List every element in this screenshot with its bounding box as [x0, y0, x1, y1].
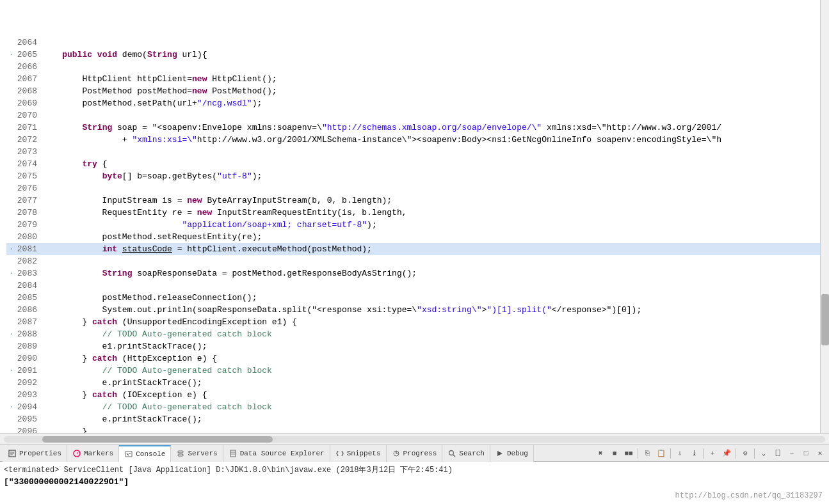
line-number: 2094	[15, 401, 42, 413]
line-number: 2067	[15, 73, 42, 85]
console-terminated-text: <terminated> ServiceClient [Java Applica…	[4, 463, 825, 476]
tab-label-markers: Markers	[84, 450, 113, 457]
vertical-scrollbar[interactable]	[820, 0, 829, 433]
sep1	[638, 448, 638, 459]
stop-all-button[interactable]: ■■	[622, 447, 635, 460]
line-number: 2078	[15, 207, 42, 219]
code-text: String soap = "<soapenv:Envelope xmlns:s…	[42, 122, 721, 134]
code-line: 2067 HttpClient httpClient=new HttpClien…	[6, 73, 829, 85]
new-console-button[interactable]: +	[706, 447, 719, 460]
code-line: ⬩2088 // TODO Auto-generated catch block	[6, 328, 829, 340]
code-line: ⬩2083 String soapResponseData = postMeth…	[6, 267, 829, 280]
line-number: 2074	[15, 158, 42, 170]
code-text: HttpClient httpClient=new HttpClient();	[42, 73, 277, 85]
paste-button[interactable]: 📋	[655, 447, 668, 460]
code-text: public void demo(String url){	[42, 49, 207, 61]
code-line: 2069 postMethod.setPath(url+"/ncg.wsdl")…	[6, 97, 829, 109]
code-line: 2078 RequestEntity re = new InputStreamR…	[6, 207, 829, 219]
line-marker: ⬩	[6, 267, 15, 280]
console-output-text: ["3300000000021400229O1"]	[4, 476, 825, 487]
horizontal-scrollbar-area[interactable]	[0, 433, 829, 445]
svg-rect-10	[178, 454, 183, 456]
scrollbar-track[interactable]	[4, 436, 825, 443]
svg-rect-6	[125, 452, 132, 457]
code-line: ⬩2065 public void demo(String url){	[6, 49, 829, 61]
code-text: }	[42, 425, 87, 433]
code-text: byte[] b=soap.getBytes("utf-8");	[42, 170, 262, 182]
tab-icon-datasource	[229, 449, 237, 458]
copy-button[interactable]: ⎘	[641, 447, 654, 460]
code-text: + "xmlns:xsi=\"http://www.w3.org/2001/XM…	[42, 134, 721, 146]
stop-button[interactable]: ■	[608, 447, 621, 460]
scroll-end-button[interactable]: ⤓	[688, 447, 700, 460]
tab-label-console: Console	[136, 450, 165, 458]
code-line: ⬩2091 // TODO Auto-generated catch block	[6, 365, 829, 377]
tab-debug[interactable]: Debug	[490, 445, 534, 462]
line-number: 2080	[15, 231, 42, 243]
svg-rect-9	[178, 451, 183, 453]
watermark-text: http://blog.csdn.net/qq_31183297	[675, 491, 823, 500]
tab-markers[interactable]: !Markers	[67, 445, 119, 462]
tab-console[interactable]: Console	[119, 445, 171, 462]
code-line: ⬩2081 int statusCode = httpClient.execut…	[6, 243, 829, 255]
maximize-button[interactable]: □	[800, 447, 812, 460]
tab-datasource[interactable]: Data Source Explorer	[223, 445, 330, 462]
line-marker: ⬩	[6, 401, 15, 413]
code-text: "application/soap+xml; charset=utf-8");	[42, 219, 377, 231]
scrollbar-thumb[interactable]	[821, 294, 829, 345]
code-line: ⬩2094 // TODO Auto-generated catch block	[6, 401, 829, 413]
line-number: 2089	[15, 340, 42, 352]
tab-search[interactable]: Search	[442, 445, 490, 462]
line-number: 2075	[15, 170, 42, 182]
minimize-button[interactable]: −	[785, 447, 798, 460]
code-line: 2089 e1.printStackTrace();	[6, 340, 829, 352]
code-text: String soapResponseData = postMethod.get…	[42, 267, 417, 280]
code-line: 2087 } catch (UnsupportedEncodingExcepti…	[6, 316, 829, 328]
code-editor[interactable]: 2064⬩2065 public void demo(String url){2…	[0, 0, 829, 445]
code-text: // TODO Auto-generated catch block	[42, 328, 272, 340]
code-line: 2080 postMethod.setRequestEntity(re);	[6, 231, 829, 243]
code-line: 2085 postMethod.releaseConnection();	[6, 292, 829, 304]
line-number: 2077	[15, 194, 42, 207]
code-line: 2082	[6, 255, 829, 267]
scroll-lock-button[interactable]: ⇩	[673, 447, 686, 460]
line-number: 2088	[15, 328, 42, 340]
tab-servers[interactable]: Servers	[171, 445, 223, 462]
close-panel-button[interactable]: ✕	[814, 447, 826, 460]
line-number: 2064	[15, 36, 42, 49]
line-number: 2085	[15, 292, 42, 304]
sep4	[736, 448, 736, 459]
line-number: 2069	[15, 97, 42, 109]
tab-icon-snippets	[335, 449, 344, 458]
code-text: try {	[42, 158, 107, 170]
line-number: 2073	[15, 146, 42, 158]
line-marker: ⬩	[6, 49, 15, 61]
svg-line-16	[453, 454, 456, 457]
tab-properties[interactable]: Properties	[3, 445, 67, 462]
line-number: 2086	[15, 304, 42, 316]
scrollbar-thumb[interactable]	[42, 436, 273, 443]
code-line: 2075 byte[] b=soap.getBytes("utf-8");	[6, 170, 829, 182]
code-text: InputStream is = new ByteArrayInputStrea…	[42, 194, 392, 207]
line-number: 2091	[15, 365, 42, 377]
line-number: 2071	[15, 122, 42, 134]
tab-icon-console	[124, 450, 133, 459]
tab-snippets[interactable]: Snippets	[330, 445, 387, 462]
clear-console-button[interactable]: ✖	[594, 447, 607, 460]
code-line: 2076	[6, 182, 829, 194]
tab-icon-properties	[8, 449, 17, 458]
sep5	[754, 448, 755, 459]
settings-button[interactable]: ⚙	[739, 447, 752, 460]
pin-button[interactable]: 📌	[720, 447, 733, 460]
svg-point-15	[449, 450, 454, 455]
collapse-button[interactable]: ⌄	[757, 447, 770, 460]
restore-button[interactable]: ⎕	[771, 447, 784, 460]
line-number: 2081	[15, 243, 42, 255]
code-text: postMethod.setRequestEntity(re);	[42, 231, 262, 243]
line-number: 2090	[15, 352, 42, 365]
tab-label-progress: Progress	[403, 450, 437, 457]
svg-text:!: !	[76, 451, 79, 457]
code-line: 2077 InputStream is = new ByteArrayInput…	[6, 194, 829, 207]
tab-progress[interactable]: Progress	[387, 445, 443, 462]
code-text: e1.printStackTrace();	[42, 340, 207, 352]
